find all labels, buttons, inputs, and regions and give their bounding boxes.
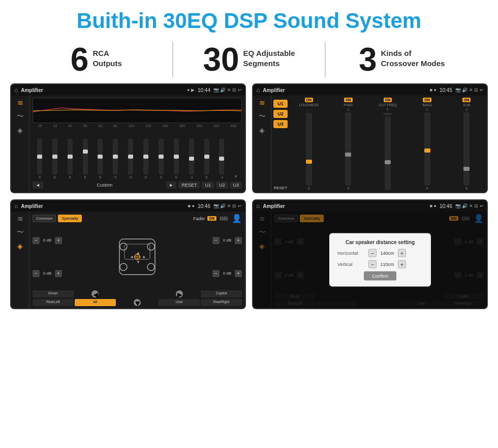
specialty-btn[interactable]: Specialty [58, 215, 81, 222]
db-plus-rl[interactable]: + [55, 270, 62, 277]
phat-value: 0 [347, 187, 349, 190]
cutfreq-hz: 100Hz [383, 112, 392, 115]
loudness-fader[interactable] [306, 113, 312, 186]
eq-reset-btn[interactable]: RESET [178, 182, 200, 189]
sidebar-wave-icon-3[interactable]: 〜 [17, 228, 24, 237]
dot-icon-3: ■ ● [188, 203, 195, 208]
horizontal-minus[interactable]: − [368, 249, 377, 257]
bass-value: 0 [426, 187, 428, 190]
eq-slider-4: 0 [98, 139, 103, 179]
stat-eq-text: EQ AdjustableSegments [243, 43, 295, 68]
home-icon-2[interactable]: ⌂ [256, 86, 260, 94]
vertical-minus[interactable]: − [368, 260, 377, 268]
eq-u3-btn[interactable]: U3 [230, 182, 242, 189]
status-bar-4: ⌂ Amplifier ■ ● 10:46 📷 🔊 ✕ ⊟ ↩ [253, 200, 487, 212]
screen-fader: ⌂ Amplifier ■ ● 10:46 📷 🔊 ✕ ⊟ ↩ ≋ 〜 ◈ Co… [10, 199, 246, 309]
app-title-3: Amplifier [21, 203, 184, 209]
horizontal-row: Horizontal − 140cm + [337, 249, 423, 257]
user-btn-3[interactable]: User [159, 299, 200, 306]
horizontal-plus[interactable]: + [398, 249, 406, 257]
sidebar-speaker-icon-2[interactable]: ◈ [259, 126, 265, 134]
svg-text:▼: ▼ [136, 260, 140, 264]
sidebar-3: ≋ 〜 ◈ [11, 212, 29, 308]
db-plus-fl[interactable]: + [55, 237, 62, 244]
sidebar-eq-icon[interactable]: ≋ [17, 99, 23, 107]
left-db-controls: − 0 dB + − 0 dB + [33, 225, 62, 289]
arrow-down-btn[interactable]: ▼ [134, 299, 141, 306]
driver-btn[interactable]: Driver [33, 290, 74, 297]
sidebar-eq-icon-3[interactable]: ≋ [17, 215, 23, 223]
home-icon-3[interactable]: ⌂ [14, 202, 18, 210]
cutfreq-toggle[interactable]: ON [384, 98, 392, 102]
screen-amp-controls: ⌂ Amplifier ■ ● 10:45 📷 🔊 ✕ ⊟ ↩ ≋ 〜 ◈ U1… [252, 83, 488, 193]
screenshots-grid: ⌂ Amplifier ● ▶ 10:44 📷 🔊 ✕ ⊟ ↩ ≋ 〜 ◈ [0, 83, 498, 314]
home-icon-4[interactable]: ⌂ [256, 202, 260, 210]
arrow-left-btn[interactable]: ◄ [91, 290, 99, 297]
svg-point-7 [120, 263, 127, 271]
rearleft-btn[interactable]: RearLeft [33, 299, 74, 306]
copilot-btn[interactable]: Copilot [201, 290, 242, 297]
db-front-right: − 0 dB + [212, 237, 242, 244]
db-plus-rr[interactable]: + [235, 270, 242, 277]
loudness-curve: ⌣ ⌣ [306, 108, 312, 112]
dot-icon-1: ● ▶ [187, 87, 195, 93]
vertical-value: 110cm [378, 262, 396, 267]
placeholder [117, 290, 158, 297]
confirm-button[interactable]: Confirm [364, 272, 396, 281]
home-icon-1[interactable]: ⌂ [14, 86, 18, 94]
vertical-plus[interactable]: + [398, 260, 406, 268]
db-minus-fr[interactable]: − [212, 237, 220, 244]
common-btn[interactable]: Common [33, 215, 56, 222]
db-plus-fr[interactable]: + [235, 237, 242, 244]
eq-freq-labels: 25 32 40 50 63 80 100 125 160 200 250 32… [33, 123, 242, 129]
sidebar-wave-icon-2[interactable]: 〜 [259, 112, 266, 121]
preset-u2[interactable]: U2 [273, 110, 288, 118]
sidebar-eq-icon-2[interactable]: ≋ [259, 99, 265, 107]
eq-mode-label: Custom [45, 183, 164, 188]
eq-slider-9: 0 [174, 139, 179, 179]
preset-u1[interactable]: U1 [273, 100, 288, 108]
bass-toggle[interactable]: ON [423, 98, 431, 102]
bass-fader[interactable] [424, 112, 430, 186]
sidebar-speaker-icon-3[interactable]: ◈ [17, 242, 23, 250]
car-diagram: ◄ ► ▲ ▼ [64, 225, 210, 289]
db-val-rl: 0 dB [41, 271, 53, 276]
arrow-right-btn[interactable]: ► [176, 290, 183, 297]
sidebar-wave-icon[interactable]: 〜 [17, 112, 24, 121]
phat-fader[interactable] [345, 112, 351, 186]
svg-text:▲: ▲ [136, 251, 140, 255]
sub-toggle[interactable]: ON [462, 98, 471, 102]
stat-crossover: 3 Kinds ofCrossover Modes [336, 43, 468, 76]
eq-u1-btn[interactable]: U1 [202, 182, 214, 189]
vertical-row: Vertical − 110cm + [337, 260, 423, 268]
status-icons-3: 📷 🔊 ✕ ⊟ ↩ [213, 203, 242, 208]
svg-point-6 [147, 243, 154, 250]
sidebar-speaker-icon[interactable]: ◈ [17, 126, 23, 134]
db-minus-rl[interactable]: − [33, 270, 40, 277]
phat-curve: G [347, 108, 350, 111]
eq-u2-btn[interactable]: U2 [216, 182, 228, 189]
status-bar-2: ⌂ Amplifier ■ ● 10:45 📷 🔊 ✕ ⊟ ↩ [253, 84, 487, 96]
cutfreq-fader[interactable] [385, 116, 391, 190]
sub-fader[interactable] [463, 112, 470, 186]
loudness-toggle[interactable]: ON [305, 98, 314, 102]
sub-control: ON SUB G 0 [448, 98, 485, 190]
eq-prev-btn[interactable]: ◄ [33, 182, 43, 189]
eq-next-btn[interactable]: ► [166, 182, 177, 189]
status-icons-4: 📷 🔊 ✕ ⊟ ↩ [455, 203, 484, 208]
horizontal-control: − 140cm + [368, 249, 423, 257]
dialog-overlay: Car speaker distance setting Horizontal … [253, 212, 487, 308]
reset-btn-2[interactable]: RESET [273, 186, 288, 190]
rearright-btn[interactable]: RearRight [201, 299, 242, 306]
eq-expand-icon[interactable]: » [234, 173, 237, 179]
eq-slider-1: 0 [52, 139, 57, 179]
sidebar-1: ≋ 〜 ◈ [11, 96, 29, 192]
preset-u3[interactable]: U3 [273, 120, 288, 128]
db-minus-rr[interactable]: − [212, 270, 220, 277]
phat-toggle[interactable]: ON [344, 98, 353, 102]
db-minus-fl[interactable]: − [33, 237, 40, 244]
app-title-4: Amplifier [263, 203, 426, 209]
eq-slider-12: -1 [219, 139, 224, 179]
all-btn[interactable]: All [75, 299, 116, 306]
svg-text:►: ► [142, 255, 146, 259]
